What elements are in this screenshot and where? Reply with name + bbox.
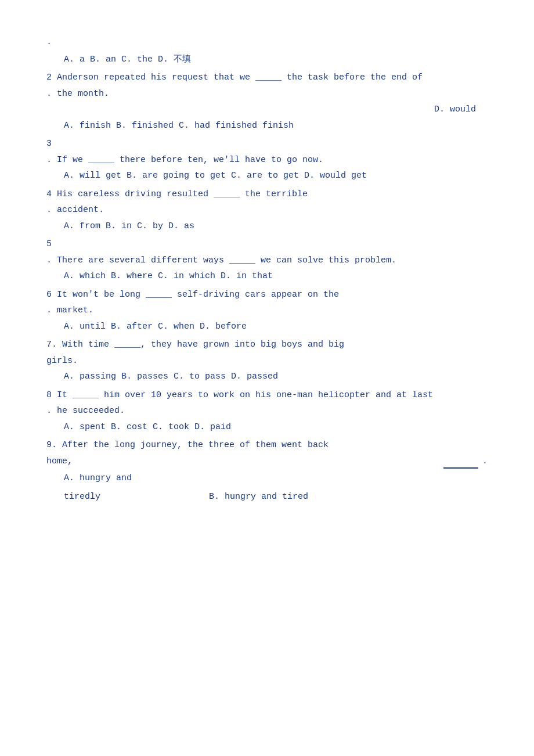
q2-line1: 2 Anderson repeated his request that we …	[46, 70, 488, 85]
q4-options: A. from B. in C. by D. as	[64, 219, 488, 234]
q9-answer-blank	[443, 467, 478, 469]
q2-dot: . the month.	[46, 87, 488, 102]
q5-dot: . There are several different ways _____…	[46, 253, 488, 268]
q8-dot: . he succeeded.	[46, 404, 488, 419]
q9-a-b-row: tiredly B. hungry and tired	[64, 489, 488, 505]
q4-line1: 4 His careless driving resulted _____ th…	[46, 187, 488, 202]
q9-b-option: B. hungry and tired	[209, 489, 308, 505]
q9-line2-text: home,	[46, 454, 73, 469]
q6-options: A. until B. after C. when D. before	[64, 319, 488, 334]
q5-num: 5	[46, 237, 488, 252]
q8-line1: 8 It _____ him over 10 years to work on …	[46, 388, 488, 403]
q6-dot: . market.	[46, 303, 488, 318]
q9-a-line1: A. hungry and	[64, 471, 488, 486]
q9-a-tiredly: tiredly	[64, 489, 209, 505]
q9-line1: 9. After the long journey, the three of …	[46, 438, 488, 453]
q6-line1: 6 It won't be long _____ self-driving ca…	[46, 287, 488, 303]
q3-options: A. will get B. are going to get C. are t…	[64, 168, 488, 183]
q7-options: A. passing B. passes C. to pass D. passe…	[64, 369, 488, 384]
q2-options: A. finish B. finished C. had finished fi…	[64, 118, 488, 134]
exam-content: . A. a B. an C. the D. 不填 2 Anderson rep…	[46, 35, 488, 504]
q3-num: 3	[46, 136, 488, 152]
dot-text: .	[46, 37, 52, 47]
dot-section: .	[46, 35, 488, 50]
q9-line2-row: home, .	[46, 454, 488, 469]
q2-d-option: D. would	[46, 102, 476, 117]
q3-dot: . If we _____ there before ten, we'll ha…	[46, 153, 488, 168]
q7-line1: 7. With time _____, they have grown into…	[46, 337, 488, 352]
q8-options: A. spent B. cost C. took D. paid	[64, 420, 488, 435]
q7-line2: girls.	[46, 354, 488, 369]
q5-options: A. which B. where C. in which D. in that	[64, 269, 488, 284]
q4-dot: . accident.	[46, 203, 488, 218]
q1-options: A. a B. an C. the D. 不填	[64, 52, 488, 67]
